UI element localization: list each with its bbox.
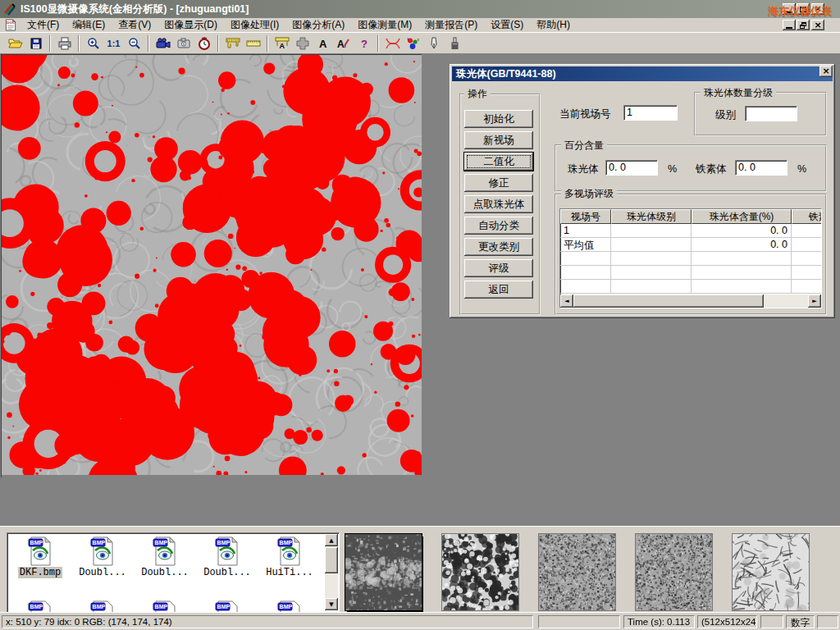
cell: 0. 0 — [692, 224, 792, 238]
document-icon[interactable]: DOC — [4, 19, 17, 31]
thumbnail-3[interactable] — [539, 534, 615, 610]
vscroll-thumb[interactable] — [325, 547, 338, 573]
save-icon[interactable] — [25, 34, 46, 52]
file-item[interactable]: BMP — [258, 600, 321, 613]
text-label-icon[interactable]: A — [313, 34, 333, 52]
print-icon[interactable] — [54, 34, 75, 52]
table-hscrollbar[interactable]: ◄ ► — [560, 294, 821, 308]
scroll-right-button[interactable]: ► — [808, 294, 821, 308]
maximize-button[interactable] — [797, 3, 810, 15]
grade-label: 级别 — [715, 108, 736, 122]
ferrite-unit: % — [797, 163, 806, 175]
thumbnail-1[interactable] — [345, 534, 422, 610]
bmp-file-icon: BMP — [153, 536, 177, 566]
thumbnail-5[interactable] — [733, 534, 809, 610]
minimize-icon — [786, 11, 792, 13]
file-item[interactable]: BMP — [9, 600, 71, 613]
ruler-icon[interactable] — [243, 34, 263, 52]
file-item[interactable]: BMP — [134, 600, 196, 613]
current-field-input[interactable]: 1 — [623, 105, 678, 121]
child-restore-icon — [800, 22, 807, 29]
cell — [611, 266, 692, 280]
bmp-file-icon: BMP — [215, 536, 240, 566]
init-button[interactable]: 初始化 — [464, 110, 533, 128]
ferrite-input[interactable]: 0. 0 — [735, 160, 788, 176]
cell — [560, 280, 611, 294]
thumbnail-4[interactable] — [636, 534, 712, 610]
zoom-in-icon[interactable] — [83, 34, 103, 52]
new-field-button[interactable]: 新视场 — [464, 131, 533, 149]
grade-input[interactable] — [745, 106, 797, 121]
file-list-vscrollbar[interactable]: ▲ ▼ — [325, 534, 338, 610]
cell — [792, 266, 822, 280]
menu-settings[interactable]: 设置(S) — [484, 17, 530, 33]
file-item[interactable]: BMP Doubl... — [196, 536, 258, 578]
video-camera-icon[interactable] — [153, 34, 173, 52]
auto-measure-icon[interactable]: A — [272, 34, 292, 52]
file-item[interactable]: BMP DKF.bmp — [9, 536, 71, 578]
multi-field-group-label: 多视场评级 — [561, 187, 617, 201]
child-close-button[interactable]: × — [811, 20, 824, 30]
binarize-button[interactable]: 二值化 — [464, 153, 533, 171]
table-row[interactable]: 平均值 0. 0 — [560, 238, 821, 252]
zoom-out-icon[interactable] — [124, 34, 144, 52]
caliper-icon[interactable] — [222, 34, 243, 52]
scroll-down-button[interactable]: ▼ — [325, 598, 338, 610]
status-empty-3 — [817, 615, 838, 628]
scroll-up-button[interactable]: ▲ — [325, 534, 338, 546]
menu-image-measure[interactable]: 图像测量(M) — [351, 17, 418, 33]
scroll-left-button[interactable]: ◄ — [560, 294, 573, 308]
paint-brush-icon[interactable] — [444, 34, 464, 52]
menu-image-display[interactable]: 图像显示(D) — [158, 17, 224, 33]
menu-file[interactable]: 文件(F) — [21, 17, 66, 33]
menu-image-process[interactable]: 图像处理(I) — [224, 17, 285, 33]
svg-text:BMP: BMP — [93, 540, 106, 546]
capture-camera-icon[interactable] — [173, 34, 194, 52]
correct-button[interactable]: 修正 — [464, 174, 533, 192]
annotate-icon[interactable]: A — [333, 34, 354, 52]
cell — [611, 238, 692, 252]
curve-tool-icon[interactable] — [382, 34, 403, 52]
child-minimize-button[interactable] — [783, 20, 796, 30]
toolbar: 1:1 A A A — [0, 32, 840, 53]
grade-button[interactable]: 评级 — [464, 259, 533, 277]
auto-classify-button[interactable]: 自动分类 — [464, 217, 533, 235]
svg-text:A: A — [319, 38, 327, 50]
change-class-button[interactable]: 更改类别 — [464, 238, 533, 256]
menu-help[interactable]: 帮助(H) — [530, 17, 577, 33]
cell — [692, 280, 792, 294]
child-restore-button[interactable] — [797, 20, 810, 30]
classify-balls-icon[interactable]: 13 — [403, 34, 423, 52]
picker-pen-icon[interactable] — [423, 34, 444, 52]
menu-measure-report[interactable]: 测量报告(P) — [418, 17, 484, 33]
menu-edit[interactable]: 编辑(E) — [66, 17, 112, 33]
pick-pearlite-button[interactable]: 点取珠光体 — [464, 195, 533, 213]
file-item[interactable]: BMP Doubl... — [71, 536, 134, 578]
merge-cross-icon[interactable] — [292, 34, 313, 52]
menu-view[interactable]: 查看(V) — [112, 17, 158, 33]
dialog-close-button[interactable]: × — [819, 66, 833, 77]
file-item[interactable]: BMP Doubl... — [134, 536, 196, 578]
return-button[interactable]: 返回 — [464, 281, 533, 299]
menu-image-analysis[interactable]: 图像分析(A) — [285, 17, 351, 33]
hscroll-thumb[interactable] — [573, 294, 764, 308]
open-file-icon[interactable] — [5, 34, 25, 52]
specimen-image[interactable] — [2, 55, 422, 475]
table-row[interactable] — [560, 266, 821, 280]
minimize-button[interactable] — [783, 3, 796, 15]
close-button[interactable]: × — [811, 3, 824, 15]
help-icon[interactable]: ? — [354, 34, 374, 52]
svg-text:BMP: BMP — [155, 540, 168, 546]
table-row[interactable] — [560, 280, 821, 294]
table-row[interactable]: 1 0. 0 — [560, 224, 821, 238]
timer-icon[interactable] — [194, 34, 214, 52]
pearlite-input[interactable]: 0. 0 — [605, 160, 658, 176]
dialog-close-icon: × — [822, 67, 829, 75]
thumbnail-2[interactable] — [442, 534, 518, 610]
file-item[interactable]: BMP — [196, 600, 258, 613]
actual-size-icon[interactable]: 1:1 — [103, 34, 124, 52]
table-row[interactable] — [560, 252, 821, 266]
file-item[interactable]: BMP HuiTi... — [258, 536, 321, 578]
col-pearlite-content: 珠光体含量(%) — [692, 209, 792, 224]
file-item[interactable]: BMP — [71, 600, 134, 613]
